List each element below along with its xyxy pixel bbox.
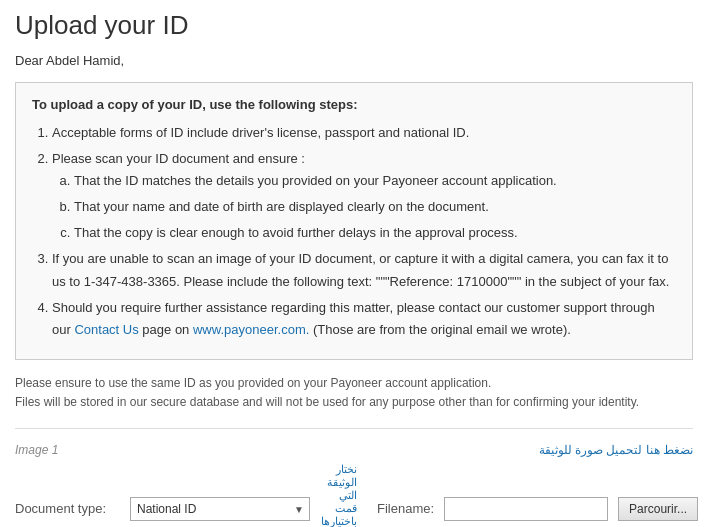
notice-text: Please ensure to use the same ID as you … [15,374,693,412]
filename-label-1: Filename: [377,501,434,516]
browse-button-1[interactable]: Parcourir... [618,497,698,521]
instruction-step-4: Should you require further assistance re… [52,297,676,341]
doc-type-dropdown-1[interactable]: National ID Passport Driver's License [130,497,310,521]
divider-1 [15,428,693,429]
instructions-list: Acceptable forms of ID include driver's … [52,122,676,341]
instructions-box: To upload a copy of your ID, use the fol… [15,82,693,360]
doc-type-label-1: Document type: [15,501,120,516]
contact-us-link[interactable]: Contact Us [74,322,138,337]
arabic-hint: نختار الوثيقة التي قمت باختيارها في التس… [320,463,357,527]
greeting-text: Dear Abdel Hamid, [15,53,693,68]
instruction-sub-a: That the ID matches the details you prov… [74,170,676,192]
filename-input-1[interactable] [444,497,608,521]
image1-section: Image 1 نضغط هنا لتحميل صورة للوثيقة Doc… [15,443,693,527]
instruction-sub-b: That your name and date of birth are dis… [74,196,676,218]
image1-header: Image 1 نضغط هنا لتحميل صورة للوثيقة [15,443,693,457]
instruction-step-1: Acceptable forms of ID include driver's … [52,122,676,144]
image1-form-row: Document type: National ID Passport Driv… [15,463,693,527]
upload-link[interactable]: نضغط هنا لتحميل صورة للوثيقة [539,443,693,457]
page-title: Upload your ID [15,10,693,41]
instruction-step-3: If you are unable to scan an image of yo… [52,248,676,292]
instructions-heading: To upload a copy of your ID, use the fol… [32,97,676,112]
instruction-sub-c: That the copy is clear enough to avoid f… [74,222,676,244]
instruction-step-2: Please scan your ID document and ensure … [52,148,676,244]
doc-type-select-1[interactable]: National ID Passport Driver's License ▼ [130,497,310,521]
payoneer-link[interactable]: www.payoneer.com. [193,322,309,337]
instruction-sub-list: That the ID matches the details you prov… [74,170,676,244]
image1-label: Image 1 [15,443,58,457]
